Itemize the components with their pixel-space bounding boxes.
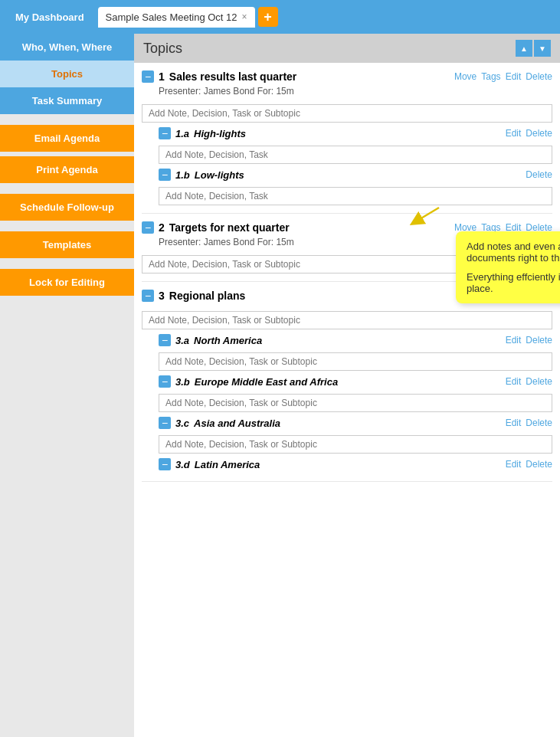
subtopic-3b-edit[interactable]: Edit bbox=[506, 376, 522, 387]
topics-up-arrow[interactable]: ▲ bbox=[516, 40, 532, 57]
subtopic-3a-delete[interactable]: Delete bbox=[526, 335, 552, 346]
subtopic-1a-delete[interactable]: Delete bbox=[526, 128, 552, 139]
topic-1-collapse[interactable]: − bbox=[142, 70, 154, 83]
sidebar-who-when-where[interactable]: Who, When, Where bbox=[0, 34, 134, 61]
sidebar-schedule-followup[interactable]: Schedule Follow-up bbox=[0, 194, 134, 221]
topic-1-number: 1 bbox=[159, 70, 165, 83]
subtopic-1b-delete[interactable]: Delete bbox=[526, 169, 552, 180]
tooltip-arrow-icon bbox=[408, 203, 447, 226]
topic-2-left: − 2 Targets for next quarter bbox=[142, 221, 290, 234]
subtopic-3c-collapse[interactable]: − bbox=[159, 417, 171, 429]
topic-2-collapse[interactable]: − bbox=[142, 221, 154, 234]
subtopic-3b-title: Europe Middle East and Africa bbox=[195, 376, 338, 388]
subtopic-3d-num: 3.d bbox=[175, 459, 190, 470]
topic-2-number: 2 bbox=[159, 221, 165, 234]
subtopic-3c-row: − 3.c Asia and Australia Edit Delete bbox=[159, 417, 552, 429]
subtopic-3a-left: − 3.a North America bbox=[159, 334, 262, 346]
subtopic-3d-collapse[interactable]: − bbox=[159, 458, 171, 470]
topic-3-collapse[interactable]: − bbox=[142, 290, 154, 302]
sidebar-lock-for-editing[interactable]: Lock for Editing bbox=[0, 269, 134, 296]
sidebar-email-agenda[interactable]: Email Agenda bbox=[0, 125, 134, 152]
subtopic-1b-title: Low-lights bbox=[195, 169, 244, 181]
topic-2-title: Targets for next quarter bbox=[169, 221, 290, 234]
topic-1-title: Sales results last quarter bbox=[169, 70, 297, 83]
subtopic-3d-delete[interactable]: Delete bbox=[526, 459, 552, 470]
topic-3-title: Regional plans bbox=[169, 290, 246, 302]
topic-3: − 3 Regional plans Move Edit Delete bbox=[142, 282, 552, 482]
subtopic-1b-actions: Delete bbox=[526, 169, 552, 180]
subtopic-3b-actions: Edit Delete bbox=[506, 376, 552, 387]
subtopic-3a-collapse[interactable]: − bbox=[159, 334, 171, 346]
content-area: Topics ▲ ▼ − 1 Sales results last quarte… bbox=[134, 34, 560, 737]
subtopic-1a-title: High-lights bbox=[194, 128, 246, 139]
subtopic-1b: − 1.b Low-lights Delete bbox=[159, 169, 552, 205]
subtopic-1a-collapse[interactable]: − bbox=[159, 127, 171, 139]
subtopic-3d-row: − 3.d Latin America Edit Delete bbox=[159, 458, 552, 470]
sidebar-task-summary[interactable]: Task Summary bbox=[0, 87, 134, 114]
subtopic-3b: − 3.b Europe Middle East and Africa Edit… bbox=[159, 375, 552, 412]
sidebar-topics[interactable]: Topics bbox=[0, 61, 134, 87]
active-tab-label: Sample Sales Meeting Oct 12 bbox=[106, 11, 237, 23]
topics-down-arrow[interactable]: ▼ bbox=[534, 40, 551, 57]
subtopic-3c-left: − 3.c Asia and Australia bbox=[159, 417, 280, 429]
topic-1-delete[interactable]: Delete bbox=[526, 71, 552, 82]
subtopic-3c-num: 3.c bbox=[175, 418, 189, 429]
topic-1-presenter: Presenter: James Bond For: 15m bbox=[159, 86, 552, 97]
subtopic-3c-title: Asia and Australia bbox=[194, 418, 280, 429]
subtopic-3b-collapse[interactable]: − bbox=[159, 375, 171, 388]
subtopic-3a-actions: Edit Delete bbox=[506, 335, 552, 346]
topic-3-left: − 3 Regional plans bbox=[142, 290, 245, 302]
subtopic-3a-row: − 3.a North America Edit Delete bbox=[159, 334, 552, 346]
subtopic-1a-actions: Edit Delete bbox=[506, 128, 552, 139]
subtopic-1b-collapse[interactable]: − bbox=[159, 169, 171, 181]
subtopic-3d-title: Latin America bbox=[195, 459, 260, 470]
topics-title: Topics bbox=[143, 41, 182, 57]
topic-1-tags[interactable]: Tags bbox=[481, 71, 500, 82]
subtopic-3c-edit[interactable]: Edit bbox=[506, 418, 522, 428]
topic-1-left: − 1 Sales results last quarter bbox=[142, 70, 296, 83]
subtopic-1a-row: − 1.a High-lights Edit Delete bbox=[159, 127, 552, 139]
tab-bar: My Dashboard Sample Sales Meeting Oct 12… bbox=[0, 0, 560, 34]
topic-1-edit[interactable]: Edit bbox=[506, 71, 522, 82]
topic-1-row: − 1 Sales results last quarter Move Tags… bbox=[142, 70, 552, 83]
subtopic-1b-add-note[interactable] bbox=[159, 187, 552, 205]
subtopic-3b-left: − 3.b Europe Middle East and Africa bbox=[159, 375, 338, 388]
subtopic-1a-left: − 1.a High-lights bbox=[159, 127, 246, 139]
subtopic-1a-edit[interactable]: Edit bbox=[506, 128, 522, 139]
topic-1-move[interactable]: Move bbox=[454, 71, 476, 82]
main-layout: Who, When, Where Topics Task Summary Ema… bbox=[0, 34, 560, 737]
subtopic-3a-title: North America bbox=[194, 335, 262, 346]
subtopic-3b-num: 3.b bbox=[175, 376, 190, 388]
subtopic-1b-row: − 1.b Low-lights Delete bbox=[159, 169, 552, 181]
topic-1-add-note[interactable] bbox=[142, 104, 552, 123]
subtopic-3a-add-note[interactable] bbox=[159, 352, 552, 371]
topics-arrows: ▲ ▼ bbox=[516, 40, 551, 57]
topic-1: − 1 Sales results last quarter Move Tags… bbox=[142, 63, 552, 214]
subtopic-1b-left: − 1.b Low-lights bbox=[159, 169, 244, 181]
subtopic-3a-edit[interactable]: Edit bbox=[506, 335, 522, 346]
tooltip-line2: Everything effciently in one place. bbox=[467, 271, 560, 294]
sidebar-templates[interactable]: Templates bbox=[0, 231, 134, 258]
add-tab-button[interactable]: + bbox=[258, 7, 278, 27]
topic-3-number: 3 bbox=[159, 290, 165, 302]
topic-1-actions: Move Tags Edit Delete bbox=[454, 71, 552, 82]
subtopic-3d-edit[interactable]: Edit bbox=[506, 459, 522, 470]
subtopic-3b-delete[interactable]: Delete bbox=[526, 376, 552, 387]
subtopic-3c-actions: Edit Delete bbox=[506, 418, 552, 428]
subtopic-1a-num: 1.a bbox=[175, 128, 189, 139]
subtopic-3d-actions: Edit Delete bbox=[506, 459, 552, 470]
sidebar-print-agenda[interactable]: Print Agenda bbox=[0, 156, 134, 183]
subtopic-3a: − 3.a North America Edit Delete bbox=[159, 334, 552, 371]
tab-close-icon[interactable]: × bbox=[242, 11, 247, 22]
subtopic-1b-num: 1.b bbox=[175, 169, 190, 181]
subtopic-1a-add-note[interactable] bbox=[159, 146, 552, 164]
tab-dashboard[interactable]: My Dashboard bbox=[5, 7, 95, 28]
subtopic-3b-row: − 3.b Europe Middle East and Africa Edit… bbox=[159, 375, 552, 388]
subtopic-3a-num: 3.a bbox=[175, 335, 189, 346]
tab-active[interactable]: Sample Sales Meeting Oct 12 × bbox=[98, 7, 255, 28]
svg-line-0 bbox=[416, 208, 439, 221]
subtopic-3b-add-note[interactable] bbox=[159, 394, 552, 412]
subtopic-3c-add-note[interactable] bbox=[159, 435, 552, 454]
topic-3-add-note[interactable] bbox=[142, 311, 552, 329]
subtopic-3c-delete[interactable]: Delete bbox=[526, 418, 552, 428]
